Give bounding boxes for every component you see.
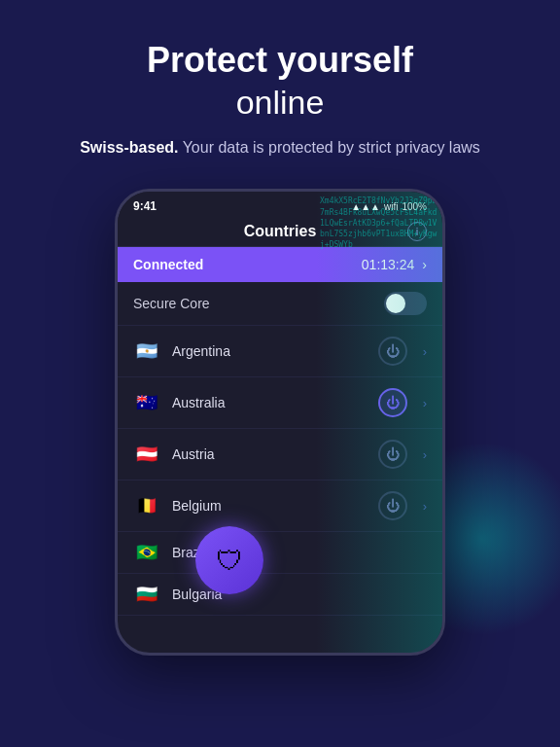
flag-austria: 🇦🇹 [133,445,160,464]
nav-title: Countries [244,223,317,240]
country-name-austria: Austria [172,446,367,462]
flag-argentina: 🇦🇷 [133,341,160,361]
secure-core-label: Secure Core [133,296,210,311]
connected-chevron: › [422,257,427,272]
power-icon: ⏻ [386,498,400,514]
country-name-belgium: Belgium [172,498,367,514]
secure-core-toggle[interactable] [384,292,427,315]
country-row-austria[interactable]: 🇦🇹 Austria ⏻ › [118,429,442,480]
hero-section: Protect yourself online Swiss-based. You… [0,0,560,179]
power-btn-argentina[interactable]: ⏻ [378,337,407,366]
hero-subtitle-rest: Your data is protected by strict privacy… [179,139,480,156]
row-chevron-austria: › [423,447,427,462]
phone-wrapper: 9:41 ▲▲▲ wifi 100% Countries i Connected… [0,189,560,656]
power-btn-australia[interactable]: ⏻ [378,388,407,417]
country-row-belgium[interactable]: 🇧🇪 Belgium ⏻ › [118,480,442,532]
flag-australia: 🇦🇺 [133,393,160,412]
shield-icon: 🛡 [216,545,243,577]
battery-label: 100% [402,201,427,212]
flag-brazil: 🇧🇷 [133,543,160,562]
connected-label: Connected [133,257,203,272]
power-icon: ⏻ [386,343,400,359]
nav-bar: Countries i [118,217,442,247]
vpn-shield-overlay[interactable]: 🛡 [195,526,263,594]
flag-belgium: 🇧🇪 [133,496,160,516]
status-icons: ▲▲▲ wifi 100% [351,201,427,212]
signal-icon: ▲▲▲ [351,201,380,212]
power-btn-belgium[interactable]: ⏻ [378,491,407,520]
power-icon: ⏻ [386,446,400,462]
connected-right: 01:13:24 › [362,257,427,272]
power-icon: ⏻ [386,395,400,410]
country-list: 🇦🇷 Argentina ⏻ › 🇦🇺 Australia ⏻ › 🇦🇹 A [118,326,442,616]
country-row-brazil[interactable]: 🇧🇷 Brazil [118,532,442,574]
hero-title-line1: Protect yourself [147,40,413,80]
hero-title-line2: online [236,84,325,121]
power-btn-austria[interactable]: ⏻ [378,440,407,469]
country-row-australia[interactable]: 🇦🇺 Australia ⏻ › [118,377,442,429]
secure-core-row[interactable]: Secure Core [118,282,442,326]
row-chevron-belgium: › [423,499,427,514]
info-button[interactable]: i [407,222,427,241]
toggle-knob [386,294,405,313]
country-row-argentina[interactable]: 🇦🇷 Argentina ⏻ › [118,326,442,377]
country-name-australia: Australia [172,395,367,410]
status-bar: 9:41 ▲▲▲ wifi 100% [118,192,442,217]
phone-frame: 9:41 ▲▲▲ wifi 100% Countries i Connected… [115,189,445,656]
connected-bar[interactable]: Connected 01:13:24 › [118,247,442,282]
row-chevron-argentina: › [423,344,427,359]
country-row-bulgaria[interactable]: 🇧🇬 Bulgaria [118,574,442,616]
info-icon: i [415,226,418,237]
wifi-icon: wifi [384,201,398,212]
country-name-argentina: Argentina [172,343,367,359]
row-chevron-australia: › [423,396,427,410]
flag-bulgaria: 🇧🇬 [133,585,160,604]
hero-title: Protect yourself online [29,39,531,123]
shield-button[interactable]: 🛡 [195,526,263,594]
hero-subtitle-bold: Swiss-based. [80,139,178,156]
status-time: 9:41 [133,199,157,213]
hero-subtitle: Swiss-based. Your data is protected by s… [29,136,531,160]
connected-time: 01:13:24 [362,257,415,272]
